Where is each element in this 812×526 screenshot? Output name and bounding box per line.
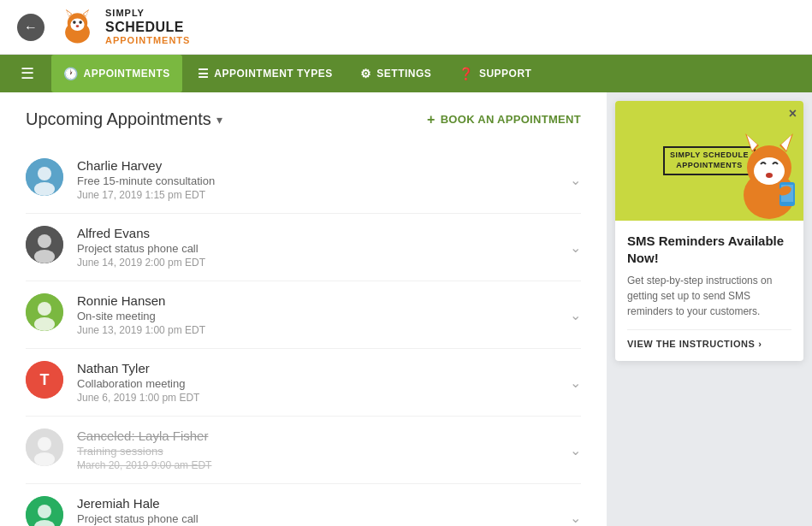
panel-header: Upcoming Appointments ▾ + BOOK AN APPOIN… — [26, 109, 581, 129]
appointment-date: June 17, 2019 1:15 pm EDT — [77, 189, 563, 201]
avatar — [26, 226, 63, 263]
avatar — [26, 293, 63, 331]
avatar: T — [26, 361, 63, 399]
appointment-info: Nathan TylerCollaboration meetingJune 6,… — [77, 361, 563, 404]
appointment-name: Canceled: Layla Fisher — [77, 428, 563, 443]
appointment-type: Project status phone call — [77, 242, 563, 255]
top-header: ← SIMPLY SCHEDULE APPOINTMENTS — [0, 0, 812, 55]
svg-point-22 — [38, 437, 51, 451]
left-panel: Upcoming Appointments ▾ + BOOK AN APPOIN… — [0, 92, 607, 526]
menu-icon[interactable]: ☰ — [14, 57, 41, 90]
appointment-name: Nathan Tyler — [77, 361, 563, 375]
expand-chevron-icon[interactable]: ⌄ — [563, 172, 581, 188]
appointment-name: Jeremiah Hale — [77, 496, 563, 511]
nav-settings[interactable]: ⚙ SETTINGS — [348, 55, 444, 92]
main-content: Upcoming Appointments ▾ + BOOK AN APPOIN… — [0, 92, 812, 526]
appointment-date: June 6, 2019 1:00 pm EDT — [77, 392, 563, 404]
appointment-type: On-site meeting — [77, 310, 563, 322]
expand-chevron-icon[interactable]: ⌄ — [563, 239, 581, 256]
appointment-info: Alfred EvansProject status phone callJun… — [77, 226, 563, 269]
panel-title: Upcoming Appointments ▾ — [26, 109, 222, 129]
appointment-date: June 13, 2019 1:00 pm EDT — [77, 324, 563, 336]
appointment-info: Jeremiah HaleProject status phone callMa… — [77, 496, 563, 526]
appointment-type: Project status phone call — [77, 512, 563, 525]
appointment-item[interactable]: Charlie HarveyFree 15-minute consultatio… — [26, 146, 581, 214]
svg-point-7 — [73, 21, 76, 24]
promo-card: × SIMPLY SCHEDULE APPOINTMENTS — [615, 101, 803, 361]
promo-title: SMS Reminders Available Now! — [627, 233, 791, 266]
nav-bar: ☰ 🕐 APPOINTMENTS ☰ APPOINTMENT TYPES ⚙ S… — [0, 55, 812, 92]
svg-point-6 — [70, 19, 84, 31]
appointment-name: Ronnie Hansen — [77, 293, 563, 308]
svg-point-17 — [38, 302, 51, 316]
promo-description: Get step-by-step instructions on getting… — [627, 273, 791, 319]
promo-fox-icon — [726, 127, 803, 221]
appointment-item[interactable]: TNathan TylerCollaboration meetingJune 6… — [26, 349, 581, 417]
expand-chevron-icon[interactable]: ⌄ — [563, 442, 581, 458]
svg-point-37 — [766, 173, 773, 178]
promo-image: SIMPLY SCHEDULE APPOINTMENTS — [615, 101, 803, 221]
svg-point-36 — [754, 157, 785, 185]
appointment-item[interactable]: Ronnie HansenOn-site meetingJune 13, 201… — [26, 281, 581, 349]
appointment-item[interactable]: Jeremiah HaleProject status phone callMa… — [26, 484, 581, 526]
nav-appointment-types[interactable]: ☰ APPOINTMENT TYPES — [186, 55, 345, 92]
svg-point-11 — [38, 167, 51, 180]
logo-text: SIMPLY SCHEDULE APPOINTMENTS — [105, 8, 190, 47]
promo-cta-button[interactable]: VIEW THE INSTRUCTIONS › — [627, 329, 791, 349]
avatar — [26, 158, 63, 196]
expand-chevron-icon[interactable]: ⌄ — [563, 375, 581, 391]
svg-point-9 — [76, 25, 80, 27]
appointment-info: Ronnie HansenOn-site meetingJune 13, 201… — [77, 293, 563, 336]
dropdown-chevron-icon[interactable]: ▾ — [216, 113, 222, 127]
svg-point-18 — [34, 317, 55, 331]
appointment-date: March 20, 2019 9:00 am EDT — [77, 459, 563, 471]
appointment-name: Charlie Harvey — [77, 158, 563, 173]
promo-body: SMS Reminders Available Now! Get step-by… — [615, 221, 803, 361]
appointments-list: Charlie HarveyFree 15-minute consultatio… — [26, 146, 581, 526]
book-appointment-button[interactable]: + BOOK AN APPOINTMENT — [427, 112, 581, 127]
svg-point-12 — [34, 182, 55, 196]
question-icon: ❓ — [459, 67, 474, 80]
appointment-type: Free 15-minute consultation — [77, 174, 563, 187]
fox-logo-icon — [58, 8, 97, 46]
logo: SIMPLY SCHEDULE APPOINTMENTS — [58, 8, 190, 47]
appointment-info: Charlie HarveyFree 15-minute consultatio… — [77, 158, 563, 201]
svg-point-15 — [34, 250, 55, 263]
nav-appointments[interactable]: 🕐 APPOINTMENTS — [51, 55, 182, 92]
appointment-type: Training sessions — [77, 445, 563, 458]
appointment-item[interactable]: Alfred EvansProject status phone callJun… — [26, 214, 581, 281]
nav-support[interactable]: ❓ SUPPORT — [447, 55, 543, 92]
back-button[interactable]: ← — [17, 14, 44, 41]
plus-icon: + — [427, 112, 436, 127]
svg-point-25 — [38, 505, 51, 518]
appointment-info: Canceled: Layla FisherTraining sessionsM… — [77, 428, 563, 471]
right-panel: × SIMPLY SCHEDULE APPOINTMENTS — [607, 92, 812, 526]
appointment-type: Collaboration meeting — [77, 377, 563, 390]
appointment-item[interactable]: Canceled: Layla FisherTraining sessionsM… — [26, 417, 581, 484]
gear-icon: ⚙ — [360, 67, 372, 80]
appointment-name: Alfred Evans — [77, 226, 563, 240]
promo-close-button[interactable]: × — [789, 106, 797, 121]
avatar — [26, 428, 63, 466]
svg-point-14 — [38, 234, 51, 248]
avatar — [26, 496, 63, 526]
svg-point-23 — [34, 452, 55, 466]
list-icon: ☰ — [198, 67, 210, 80]
expand-chevron-icon[interactable]: ⌄ — [563, 510, 581, 526]
appointment-date: June 14, 2019 2:00 pm EDT — [77, 257, 563, 269]
cta-arrow-icon: › — [758, 339, 762, 349]
svg-text:T: T — [40, 371, 50, 388]
svg-point-8 — [79, 21, 82, 24]
expand-chevron-icon[interactable]: ⌄ — [563, 307, 581, 323]
clock-icon: 🕐 — [63, 67, 79, 80]
